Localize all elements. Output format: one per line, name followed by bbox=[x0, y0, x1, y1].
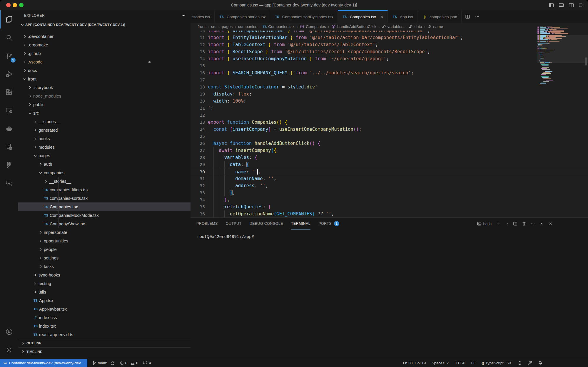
tree-item-testing[interactable]: testing bbox=[18, 279, 191, 288]
run-and-debug-icon[interactable] bbox=[0, 65, 18, 83]
notifications-bell-icon[interactable] bbox=[538, 361, 542, 365]
shell-selector[interactable]: bash bbox=[477, 222, 492, 226]
breadcrumb-item-companies[interactable]: Companies bbox=[300, 24, 326, 29]
breadcrumb-item-handleaddbuttonclick[interactable]: handleAddButtonClick bbox=[331, 24, 376, 29]
tree-item-pages[interactable]: pages bbox=[18, 151, 191, 160]
tree-item-companies[interactable]: companies bbox=[18, 168, 191, 177]
tree-item--storybook[interactable]: .storybook bbox=[18, 83, 191, 92]
tree-item-companies-tsx[interactable]: TSCompanies.tsx bbox=[18, 202, 191, 211]
tree-item-generated[interactable]: generated bbox=[18, 126, 191, 134]
tree-item-companies-filters-tsx[interactable]: TScompanies-filters.tsx bbox=[18, 185, 191, 194]
breadcrumb-item-companies[interactable]: companies bbox=[238, 24, 257, 29]
customize-layout-icon[interactable] bbox=[579, 3, 584, 8]
tree-item-companiesmockmode-tsx[interactable]: TSCompaniesMockMode.tsx bbox=[18, 211, 191, 219]
code-line-13[interactable]: 13import { RecoilScope } from '@/ui/util… bbox=[191, 48, 588, 55]
tree-item-app-tsx[interactable]: TSApp.tsx bbox=[18, 296, 191, 305]
tree-item-auth[interactable]: auth bbox=[18, 160, 191, 168]
tree-item--github[interactable]: .github bbox=[18, 49, 191, 58]
code-line-22[interactable]: 22 bbox=[191, 112, 588, 119]
breadcrumb-item-data[interactable]: data bbox=[409, 24, 422, 29]
scrollbar-thumb[interactable] bbox=[585, 57, 587, 66]
editor-more-actions-icon[interactable] bbox=[475, 14, 480, 19]
tree-item-public[interactable]: public bbox=[18, 100, 191, 109]
maximize-panel-icon[interactable] bbox=[539, 222, 544, 226]
code-line-16[interactable]: 16import { SEARCH_COMPANY_QUERY } from '… bbox=[191, 69, 588, 76]
tree-item-tasks[interactable]: tasks bbox=[18, 262, 191, 271]
outline-section[interactable]: OUTLINE bbox=[18, 339, 191, 347]
tree-item-people[interactable]: people bbox=[18, 245, 191, 254]
panel-tab-debug-console[interactable]: DEBUG CONSOLE bbox=[249, 218, 283, 229]
indentation[interactable]: Spaces: 2 bbox=[432, 361, 449, 365]
breadcrumb-item-variables[interactable]: variables bbox=[382, 24, 403, 29]
tree-item-utils[interactable]: utils bbox=[18, 288, 191, 296]
split-terminal-icon[interactable] bbox=[513, 222, 517, 226]
tree-item-modules[interactable]: modules bbox=[18, 143, 191, 151]
code-line-28[interactable]: 28 variables: { bbox=[191, 154, 588, 161]
code-line-24[interactable]: 24 const [insertCompany] = useInsertOneC… bbox=[191, 126, 588, 133]
code-line-10[interactable]: 10import { WithTopBarContainer } from '@… bbox=[191, 31, 588, 34]
breadcrumb-item-src[interactable]: src bbox=[211, 24, 216, 29]
tree-item-front[interactable]: front bbox=[18, 75, 191, 83]
close-panel-icon[interactable] bbox=[548, 222, 553, 226]
tab-app-tsx[interactable]: TSApp.tsx bbox=[388, 10, 417, 23]
code-line-25[interactable]: 25 bbox=[191, 133, 588, 140]
code-line-15[interactable]: 15 bbox=[191, 62, 588, 69]
tree-item--stories-[interactable]: __stories__ bbox=[18, 117, 191, 126]
panel-tab-output[interactable]: OUTPUT bbox=[226, 218, 242, 229]
breadcrumb-item-companies-tsx[interactable]: TSCompanies.tsx bbox=[263, 24, 295, 29]
code-line-27[interactable]: 27 await insertCompany({ bbox=[191, 147, 588, 154]
cursor-position[interactable]: Ln 30, Col 19 bbox=[403, 361, 426, 365]
tree-item-src[interactable]: src bbox=[18, 109, 191, 117]
code-line-31[interactable]: 31 domainName: '', bbox=[191, 175, 588, 182]
source-control-icon[interactable]: 1 bbox=[0, 47, 18, 65]
close-tab-icon[interactable]: ✕ bbox=[380, 15, 383, 19]
extensions-icon[interactable] bbox=[0, 83, 18, 101]
docker-icon[interactable] bbox=[0, 120, 18, 138]
code-line-12[interactable]: 12import { TableContext } from '@/ui/tab… bbox=[191, 41, 588, 48]
code-line-11[interactable]: 11import { EntityTableActionBar } from '… bbox=[191, 34, 588, 41]
panel-tab-problems[interactable]: PROBLEMS bbox=[196, 218, 218, 229]
code-line-29[interactable]: 29 data: { bbox=[191, 161, 588, 168]
tree-item-companies-sorts-tsx[interactable]: TScompanies-sorts.tsx bbox=[18, 194, 191, 202]
comments-icon[interactable] bbox=[0, 174, 18, 192]
tree-item--devcontainer[interactable]: .devcontainer bbox=[18, 32, 191, 41]
code-editor[interactable]: 10import { WithTopBarContainer } from '@… bbox=[191, 31, 588, 217]
tab-companies-stories-tsx[interactable]: TSCompanies.stories.tsx bbox=[215, 10, 270, 23]
code-line-36[interactable]: 36 getOperationName(GET_COMPANIES) ?? ''… bbox=[191, 210, 588, 217]
split-editor-icon[interactable] bbox=[465, 14, 470, 19]
code-line-35[interactable]: 35 refetchQueries: [ bbox=[191, 203, 588, 210]
tree-item-react-app-env-d-ts[interactable]: TSreact-app-env.d.ts bbox=[18, 330, 191, 339]
encoding[interactable]: UTF-8 bbox=[455, 361, 465, 365]
dev-containers-icon[interactable] bbox=[0, 138, 18, 156]
code-line-32[interactable]: 32 address: '', bbox=[191, 182, 588, 189]
explorer-icon[interactable] bbox=[0, 10, 18, 29]
tree-item-index-css[interactable]: #index.css bbox=[18, 313, 191, 322]
search-icon[interactable] bbox=[0, 29, 18, 47]
language-mode[interactable]: {} TypeScript JSX bbox=[482, 361, 512, 365]
breadcrumb-item-pages[interactable]: pages bbox=[222, 24, 233, 29]
tree-item-appnavbar-tsx[interactable]: TSAppNavbar.tsx bbox=[18, 305, 191, 313]
tree-item-index-tsx[interactable]: TSindex.tsx bbox=[18, 322, 191, 330]
workspace-section-header[interactable]: APP [CONTAINER DEV-TWENTY-DEV (DEV-TWENT… bbox=[18, 21, 191, 29]
code-line-34[interactable]: 34 }, bbox=[191, 196, 588, 203]
remote-indicator[interactable]: >< Container dev-twenty-dev (dev-twenty-… bbox=[0, 359, 87, 367]
tree-item-docs[interactable]: docs bbox=[18, 66, 191, 75]
tree-item--vscode[interactable]: .vscode bbox=[18, 58, 191, 66]
code-line-33[interactable]: 33 }, bbox=[191, 189, 588, 196]
problems-indicator[interactable]: 0 0 bbox=[120, 361, 138, 365]
ports-indicator[interactable]: 4 bbox=[143, 361, 151, 365]
tree-item-companyshow-tsx[interactable]: TSCompanyShow.tsx bbox=[18, 219, 191, 228]
code-line-14[interactable]: 14import { useInsertOneCompanyMutation }… bbox=[191, 55, 588, 62]
minimap-viewport[interactable] bbox=[537, 35, 588, 63]
design-tool-icon[interactable] bbox=[0, 156, 18, 174]
settings-gear-icon[interactable] bbox=[0, 341, 18, 359]
tree-item-sync-hooks[interactable]: sync-hooks bbox=[18, 271, 191, 279]
explorer-more-actions-icon[interactable] bbox=[181, 13, 186, 18]
terminal-dropdown-icon[interactable] bbox=[505, 222, 509, 226]
toggle-panel-icon[interactable] bbox=[559, 3, 564, 8]
tree-item--ergomake[interactable]: .ergomake bbox=[18, 41, 191, 49]
minimap[interactable] bbox=[537, 26, 588, 93]
toggle-secondary-sidebar-icon[interactable] bbox=[569, 3, 574, 8]
breadcrumb-item-front[interactable]: front bbox=[198, 24, 206, 29]
kill-terminal-icon[interactable] bbox=[522, 222, 526, 226]
